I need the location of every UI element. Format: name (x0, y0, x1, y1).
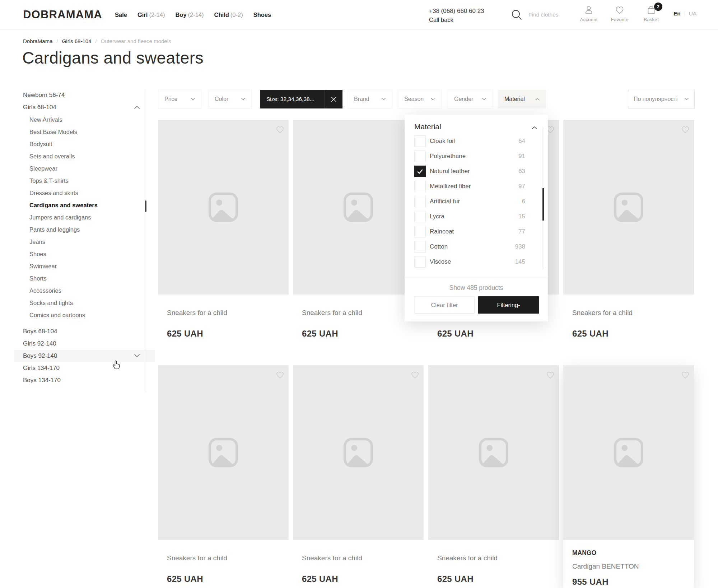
sidebar-item-comics-and-cartoons[interactable]: Comics and cartoons (23, 309, 146, 321)
sidebar-item-new-arrivals[interactable]: New Arrivals (23, 114, 146, 126)
chevron-up-icon[interactable] (134, 105, 140, 109)
logo[interactable]: DOBRAMAMA (23, 8, 102, 21)
sidebar-item-swimwear[interactable]: Swimwear (23, 260, 146, 272)
material-option-metallized-fiber[interactable]: Metallized fiber 97 (405, 179, 537, 194)
sidebar-item-best-base-models[interactable]: Best Base Models (23, 126, 146, 138)
material-option-artificial-fur[interactable]: Artificial fur 6 (405, 194, 537, 209)
nav-child[interactable]: Child(0-2) (214, 11, 243, 18)
filter-size-active[interactable]: Size: 32,34,36,38... (260, 90, 342, 108)
image-placeholder-icon (476, 435, 512, 471)
sidebar-item-sets-and-overalls[interactable]: Sets and overalls (23, 150, 146, 162)
sidebar-item-girls-92-140[interactable]: Girls 92-140 (23, 338, 146, 350)
call-back-link[interactable]: Call back (429, 17, 484, 23)
filter-gender[interactable]: Gender (448, 90, 493, 108)
sidebar-item-girls-134-170[interactable]: Girls 134-170 (23, 362, 146, 374)
product-title[interactable]: Cardigan BENETTON (572, 562, 694, 570)
product-title[interactable]: Sneakers for a child (158, 554, 289, 562)
material-option-lycra[interactable]: Lycra 15 (405, 209, 537, 224)
product-card[interactable]: Sneakers for a child 625 UAH (563, 120, 694, 339)
sidebar-item-shorts[interactable]: Shorts (23, 272, 146, 284)
show-products-link[interactable]: Show 485 products (405, 284, 548, 292)
material-option-cloak-foil[interactable]: Cloak foil 64 (405, 134, 537, 149)
material-option-raincoat[interactable]: Raincoat 77 (405, 224, 537, 239)
sidebar-item-girls-68-104[interactable]: Girls 68-104 (23, 101, 146, 114)
material-option-cotton[interactable]: Cotton 938 (405, 239, 537, 254)
sidebar-item-boys-92-140[interactable]: Boys 92-140 (14, 350, 155, 362)
filter-brand[interactable]: Brand (348, 90, 392, 108)
sidebar-scroll-thumb[interactable] (145, 200, 146, 212)
sidebar-item-shoes[interactable]: Shoes (23, 248, 146, 260)
sidebar-item-accessories[interactable]: Accessories (23, 284, 146, 297)
lang-ua[interactable]: UA (689, 10, 697, 17)
favorite-heart-icon[interactable] (680, 370, 690, 380)
sidebar-item-newborn-56-74[interactable]: Newborn 56-74 (23, 89, 146, 101)
sidebar-item-cardigans-and-sweaters[interactable]: Cardigans and sweaters (23, 199, 146, 211)
nav-girl[interactable]: Girl(2-14) (137, 11, 165, 18)
checkbox[interactable] (414, 151, 426, 162)
product-card[interactable]: Sneakers for a child 625 UAH (293, 365, 424, 584)
sidebar-item-tops-t-shirts[interactable]: Tops & T-shirts (23, 175, 146, 187)
product-title[interactable]: Sneakers for a child (158, 309, 289, 317)
product-card[interactable]: Sneakers for a child 625 UAH (158, 365, 289, 584)
clear-filter-button[interactable]: Clear filter (414, 296, 475, 314)
chevron-down-icon[interactable] (134, 354, 140, 358)
checkbox[interactable] (414, 181, 426, 192)
sidebar-item-boys-134-170[interactable]: Boys 134-170 (23, 374, 146, 386)
sidebar-item-sleepwear[interactable]: Sleepwear (23, 162, 146, 175)
checkbox[interactable] (414, 256, 426, 268)
sidebar-item-jeans[interactable]: Jeans (23, 236, 146, 248)
filter-season[interactable]: Season (398, 90, 442, 108)
sidebar-item-boys-68-104[interactable]: Boys 68-104 (23, 325, 146, 338)
material-option-polyurethane[interactable]: Polyurethane 91 (405, 149, 537, 164)
breadcrumb-home[interactable]: DobraMama (23, 38, 53, 44)
chevron-up-icon[interactable] (531, 125, 538, 129)
material-option-natural-leather[interactable]: Natural leather 63 (405, 164, 537, 179)
checkbox[interactable] (414, 241, 426, 253)
sidebar-item-jumpers-and-cardigans[interactable]: Jumpers and cardigans (23, 211, 146, 223)
material-option-viscose[interactable]: Viscose 145 (405, 254, 537, 269)
product-title[interactable]: Sneakers for a child (428, 554, 559, 562)
product-card-featured[interactable]: MANGO Cardigan BENETTON 955 UAH (563, 365, 694, 588)
favorite-heart-icon[interactable] (545, 370, 555, 380)
filter-price[interactable]: Price (158, 90, 202, 108)
basket-button[interactable]: Basket 2 (635, 5, 667, 22)
lang-en[interactable]: En (673, 10, 681, 17)
favorite-heart-icon[interactable] (275, 370, 285, 380)
sidebar-item-socks-and-tights[interactable]: Socks and tights (23, 297, 146, 309)
product-title[interactable]: Sneakers for a child (563, 309, 694, 317)
image-placeholder-icon (205, 189, 241, 225)
chevron-down-icon (482, 98, 486, 101)
apply-filter-button[interactable]: Filtering- (478, 296, 539, 314)
account-button[interactable]: Account (573, 5, 605, 22)
nav-boy[interactable]: Boy(2-14) (175, 11, 204, 18)
product-title[interactable]: Sneakers for a child (293, 309, 424, 317)
sidebar-item-bodysuit[interactable]: Bodysuit (23, 138, 146, 150)
remove-size-filter-button[interactable] (325, 96, 342, 102)
favorite-button[interactable]: Favorite (604, 5, 635, 22)
product-card[interactable]: Sneakers for a child 625 UAH (293, 120, 424, 339)
product-card[interactable]: Sneakers for a child 625 UAH (428, 365, 559, 584)
breadcrumb-category[interactable]: Girls 68-104 (62, 38, 92, 44)
filter-material[interactable]: Material (498, 90, 546, 108)
sort-select[interactable]: По популярності (628, 90, 695, 108)
sidebar-item-dresses-and-skirts[interactable]: Dresses and skirts (23, 187, 146, 199)
favorite-heart-icon[interactable] (410, 370, 420, 380)
checkbox[interactable] (414, 196, 426, 207)
favorite-heart-icon[interactable] (680, 125, 690, 134)
panel-scroll-thumb[interactable] (542, 188, 544, 221)
nav-shoes[interactable]: Shoes (253, 11, 271, 18)
favorite-heart-icon[interactable] (275, 125, 285, 134)
chevron-up-icon (535, 98, 540, 101)
checkbox-checked[interactable] (414, 166, 426, 177)
checkbox[interactable] (414, 135, 426, 147)
search-icon[interactable] (510, 9, 523, 21)
checkbox[interactable] (414, 226, 426, 237)
sidebar-item-pants-and-leggings[interactable]: Pants and leggings (23, 223, 146, 236)
product-card[interactable]: Sneakers for a child 625 UAH (158, 120, 289, 339)
nav-sale[interactable]: Sale (115, 11, 127, 18)
filter-color[interactable]: Color (208, 90, 252, 108)
product-price: 625 UAH (158, 574, 289, 584)
search-input[interactable] (528, 11, 575, 18)
checkbox[interactable] (414, 211, 426, 222)
product-title[interactable]: Sneakers for a child (293, 554, 424, 562)
